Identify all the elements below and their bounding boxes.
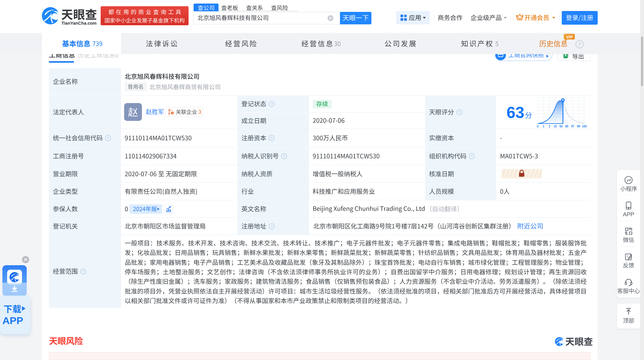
svg-text:VIP: VIP — [566, 35, 573, 39]
svg-text:?: ? — [270, 136, 273, 140]
svg-text:?: ? — [270, 224, 273, 229]
svg-text:?: ? — [82, 269, 84, 274]
svg-text:?: ? — [458, 110, 461, 115]
svg-text:1: 1 — [543, 125, 545, 128]
svg-text:85: 85 — [565, 125, 569, 128]
svg-text:?: ? — [283, 154, 285, 159]
svg-text:97: 97 — [571, 125, 575, 128]
svg-text:?: ? — [270, 102, 273, 106]
svg-text:3: 3 — [548, 125, 550, 128]
svg-text:0: 0 — [537, 125, 539, 128]
svg-text:?: ? — [471, 154, 473, 159]
svg-text:?: ? — [578, 42, 581, 47]
svg-text:100: 100 — [582, 125, 587, 128]
svg-text:15: 15 — [553, 125, 557, 128]
svg-text:99: 99 — [577, 125, 580, 128]
svg-text:?: ? — [107, 136, 109, 140]
svg-text:50: 50 — [559, 125, 563, 128]
